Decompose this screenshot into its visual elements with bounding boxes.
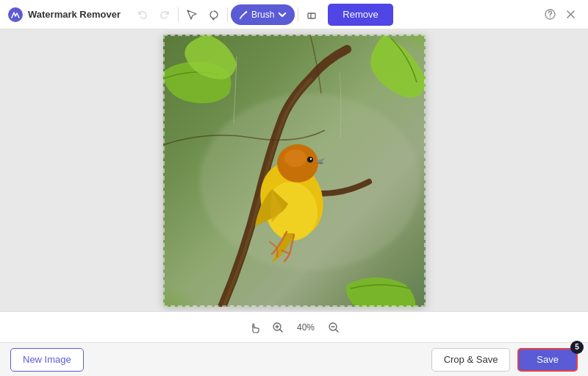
brush-tool-button[interactable]: Brush (231, 4, 295, 25)
remove-label: Remove (343, 9, 378, 20)
bird-image (163, 35, 426, 307)
svg-point-13 (284, 149, 306, 167)
svg-point-15 (309, 157, 311, 159)
eraser-tool-button[interactable] (301, 4, 322, 25)
footer-right: Crop & Save Save 5 (431, 348, 578, 372)
lasso-tool-button[interactable] (204, 4, 224, 25)
footer: New Image Crop & Save Save 5 (0, 342, 588, 376)
crop-save-label: Crop & Save (444, 354, 498, 365)
divider-3 (298, 7, 298, 22)
selection-tool-button[interactable] (182, 4, 202, 25)
bottom-toolbar: 40% (0, 311, 588, 342)
title-bar: Watermark Remover Brush (0, 0, 588, 29)
svg-point-14 (307, 157, 313, 163)
remove-button[interactable]: Remove (328, 4, 392, 26)
image-container[interactable] (163, 35, 426, 307)
badge-5: 5 (570, 341, 584, 354)
save-button[interactable]: Save (517, 348, 578, 372)
redo-button[interactable] (154, 4, 175, 25)
undo-redo-group (132, 4, 175, 25)
canvas-area (0, 29, 588, 311)
svg-point-3 (549, 16, 550, 17)
zoom-out-button[interactable] (325, 319, 343, 336)
undo-button[interactable] (132, 4, 153, 25)
save-btn-wrapper: Save 5 (517, 348, 578, 372)
app-title: Watermark Remover (28, 9, 121, 20)
app-logo-icon (7, 7, 24, 23)
divider-1 (178, 7, 179, 22)
svg-rect-1 (308, 13, 315, 18)
hand-tool-icon (245, 319, 263, 336)
tool-group (182, 4, 224, 25)
close-button[interactable] (560, 4, 581, 25)
crop-save-button[interactable]: Crop & Save (431, 348, 511, 372)
divider-2 (227, 7, 228, 22)
new-image-label: New Image (23, 354, 71, 365)
save-label: Save (537, 354, 559, 365)
brush-label: Brush (251, 10, 274, 20)
zoom-in-button[interactable] (269, 319, 287, 336)
new-image-button[interactable]: New Image (10, 348, 84, 372)
zoom-level: 40% (293, 322, 319, 333)
help-button[interactable] (539, 4, 560, 25)
